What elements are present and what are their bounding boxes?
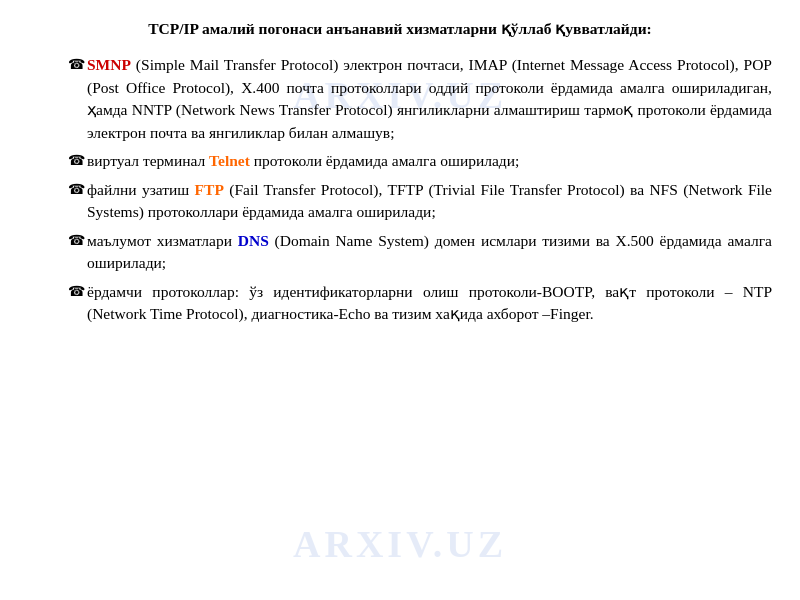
telnet-text-after: протоколи ёрдамида амалга оширилади; <box>254 152 520 169</box>
content-area: TCP/IP амалий погонаси анъанавий хизматл… <box>28 18 772 326</box>
para-smnp-rest: (Simple Mail Transfer Protocol) электрон… <box>87 56 772 140</box>
paragraph-ftp: ☎ файлни узатиш FTP (Fail Transfer Proto… <box>68 179 772 224</box>
page-container: ARXIV.UZ ARXIV.UZ TCP/IP амалий погонаси… <box>0 0 800 600</box>
para-smnp-text: SMNP (Simple Mail Transfer Protocol) эле… <box>87 54 772 144</box>
paragraph-helper: ☎ ёрдамчи протоколлар: ўз идентификаторл… <box>68 281 772 326</box>
phone-icon-4: ☎ <box>68 231 85 251</box>
dns-text-before: маълумот хизматлари <box>87 232 238 249</box>
ftp-highlight: FTP <box>195 181 224 198</box>
ftp-text-before: файлни узатиш <box>87 181 195 198</box>
para-dns-text: маълумот хизматлари DNS (Domain Name Sys… <box>87 230 772 275</box>
phone-icon-2: ☎ <box>68 151 85 171</box>
para-telnet-text: виртуал терминал Telnet протоколи ёрдами… <box>87 150 772 172</box>
paragraph-dns: ☎ маълумот хизматлари DNS (Domain Name S… <box>68 230 772 275</box>
watermark-bottom: ARXIV.UZ <box>293 517 507 572</box>
paragraph-smnp: ☎ SMNP (Simple Mail Transfer Protocol) э… <box>68 54 772 144</box>
telnet-text-before: виртуал терминал <box>87 152 209 169</box>
telnet-highlight: Telnet <box>209 152 250 169</box>
dns-highlight: DNS <box>238 232 269 249</box>
page-title: TCP/IP амалий погонаси анъанавий хизматл… <box>28 18 772 40</box>
phone-icon-3: ☎ <box>68 180 85 200</box>
paragraph-telnet: ☎ виртуал терминал Telnet протоколи ёрда… <box>68 150 772 172</box>
smnp-highlight: SMNP <box>87 56 131 73</box>
para-ftp-text: файлни узатиш FTP (Fail Transfer Protoco… <box>87 179 772 224</box>
phone-icon-1: ☎ <box>68 55 85 75</box>
para-helper-text: ёрдамчи протоколлар: ўз идентификаторлар… <box>87 281 772 326</box>
phone-icon-5: ☎ <box>68 282 85 302</box>
